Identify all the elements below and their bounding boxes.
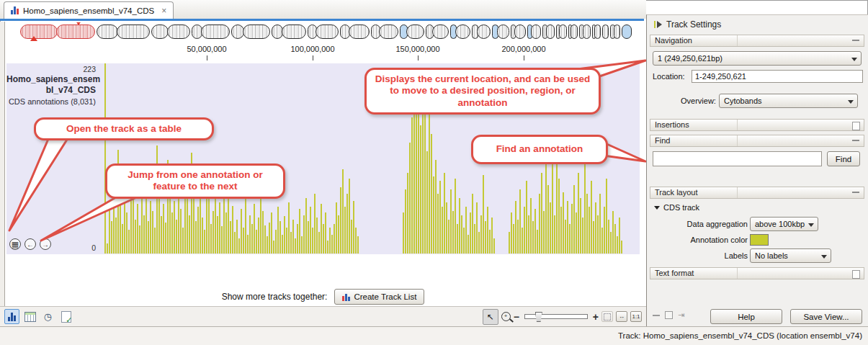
previous-annotation-button[interactable]: ← <box>24 238 36 250</box>
dock-panel-icon[interactable]: ⇥ <box>678 311 684 319</box>
element-info-button[interactable] <box>58 309 73 324</box>
track-name-line2: bl_v74_CDS <box>6 85 96 96</box>
chromosome[interactable] <box>568 24 578 39</box>
find-button[interactable]: Find <box>827 151 860 166</box>
chromosome[interactable] <box>610 24 620 39</box>
chromosome[interactable] <box>592 24 601 39</box>
insertions-section-icon <box>852 122 860 130</box>
tab-homo-sapiens-cds[interactable]: Homo_sapiens_ensembl_v74_CDS × <box>4 1 174 19</box>
table-view-button[interactable] <box>22 309 37 324</box>
chromosome[interactable] <box>340 24 370 39</box>
help-button[interactable]: Help <box>710 309 782 324</box>
chromosome-arm <box>583 24 591 39</box>
minimize-all-icon[interactable] <box>653 315 660 316</box>
chromosome-arm <box>559 24 567 39</box>
chromosome[interactable] <box>151 24 190 39</box>
x-axis-tick <box>418 55 419 61</box>
zoom-slider[interactable] <box>524 314 588 319</box>
chromosome[interactable] <box>527 24 541 39</box>
zoom-out-minus[interactable]: − <box>514 312 519 322</box>
collapse-navigation-icon[interactable] <box>852 40 859 41</box>
cytoband-ideogram[interactable] <box>20 22 644 41</box>
collapse-find-icon[interactable] <box>852 140 859 141</box>
chromosome-arm <box>514 24 526 39</box>
next-annotation-button[interactable]: → <box>40 238 51 250</box>
chromosome[interactable] <box>556 24 567 39</box>
chromosome-arm <box>477 24 491 39</box>
chromosome[interactable] <box>426 24 449 39</box>
zoom-in-plus[interactable]: + <box>593 312 599 322</box>
track-nav-buttons: ▦ ← → <box>9 238 51 250</box>
zoom-100-button[interactable]: 1:1 <box>630 311 642 322</box>
tab-title: Homo_sapiens_ensembl_v74_CDS <box>23 6 154 15</box>
tracklist-row: Show more tracks together: Create Track … <box>0 287 646 306</box>
callout-jump-annotation: Jump from one annotation or feature to t… <box>105 163 285 199</box>
panel-header[interactable]: Track Settings <box>654 19 721 30</box>
find-section-header[interactable]: Find <box>650 135 864 147</box>
view-toolbar: ◷ ↖ + − + ↔ 1:1 <box>0 306 646 326</box>
annotation-color-label: Annotation color <box>647 236 748 244</box>
chromosome[interactable] <box>192 24 230 39</box>
chromosome-arm <box>243 24 270 39</box>
cds-track-group[interactable]: CDS track <box>654 203 699 212</box>
track-view-button[interactable] <box>4 309 19 324</box>
chromosome[interactable] <box>602 24 609 39</box>
application-window: Homo_sapiens_ensembl_v74_CDS × 50,000,00… <box>0 0 868 345</box>
chromosome-arm <box>531 24 541 39</box>
overview-select[interactable]: Cytobands <box>719 94 858 108</box>
fit-width-button[interactable]: ↔ <box>616 311 627 322</box>
x-axis-tick-label: 150,000,000 <box>395 45 439 53</box>
track-layout-section-header[interactable]: Track layout <box>650 187 864 199</box>
chromosome[interactable] <box>272 24 306 39</box>
chromosome-select[interactable]: 1 (249,250,621bp) <box>653 51 862 66</box>
create-track-list-button[interactable]: Create Track List <box>334 289 424 305</box>
chromosome[interactable] <box>622 24 632 39</box>
chromosome[interactable] <box>472 24 491 39</box>
collapse-track-layout-icon[interactable] <box>852 192 859 193</box>
insertions-section-header[interactable]: Insertions <box>650 119 864 131</box>
chromosome[interactable] <box>231 24 270 39</box>
expand-all-icon[interactable] <box>665 311 673 319</box>
tab-close-icon[interactable]: × <box>161 6 166 16</box>
left-grip-strip <box>0 22 5 326</box>
navigation-section-header[interactable]: Navigation <box>650 35 864 47</box>
chromosome-arm <box>167 24 190 39</box>
chromosome-arm <box>406 24 424 39</box>
chromosome-arm <box>594 24 601 39</box>
status-bar: Track: Homo_sapiens_ensembl_v74_CDS (loc… <box>0 326 868 345</box>
chromosome[interactable] <box>97 24 150 39</box>
data-aggregation-select[interactable]: above 100kbp <box>750 217 818 231</box>
overview-label: Overview: <box>681 97 716 105</box>
show-more-tracks-label: Show more tracks together: <box>222 292 328 302</box>
text-format-section-header[interactable]: Text format <box>650 267 864 279</box>
zoom-in-tool-button[interactable]: + <box>501 312 511 321</box>
chromosome[interactable] <box>492 24 509 39</box>
annotation-color-swatch[interactable] <box>750 234 769 246</box>
view-mode-buttons: ◷ <box>4 309 73 324</box>
chromosome[interactable] <box>400 24 424 39</box>
find-input[interactable] <box>653 151 822 166</box>
chromosome[interactable] <box>542 24 555 39</box>
track-subtitle: CDS annotations (8,031) <box>6 97 96 106</box>
labels-label: Labels <box>647 251 748 260</box>
location-input[interactable] <box>692 70 863 83</box>
chromosome[interactable] <box>450 24 470 39</box>
x-axis-tick <box>524 55 524 61</box>
track-settings-panel: Track Settings Navigation 1 (249,250,621… <box>646 14 868 326</box>
location-label: Location: <box>653 72 685 81</box>
collapse-panel-icon <box>654 21 662 28</box>
tab-bar: Homo_sapiens_ensembl_v74_CDS × <box>0 0 646 19</box>
chromosome-arm <box>151 24 169 39</box>
save-view-button[interactable]: Save View... <box>790 309 862 324</box>
history-view-button[interactable]: ◷ <box>40 309 55 324</box>
open-as-table-button[interactable]: ▦ <box>9 238 21 250</box>
zoom-slider-handle[interactable] <box>535 312 542 322</box>
chromosome[interactable] <box>308 24 339 39</box>
view-range-start-marker <box>30 36 37 41</box>
chromosome[interactable] <box>511 24 526 39</box>
selection-cursor-button[interactable]: ↖ <box>483 309 498 325</box>
chromosome-arm <box>602 24 609 39</box>
chromosome[interactable] <box>371 24 398 39</box>
labels-select[interactable]: No labels <box>750 248 831 263</box>
chromosome[interactable] <box>579 24 591 39</box>
